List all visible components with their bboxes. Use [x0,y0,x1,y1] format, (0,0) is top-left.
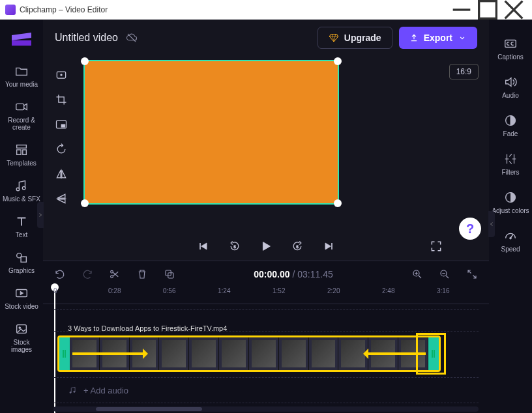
preview-canvas-wrapper [83,60,339,205]
zoom-fit-button[interactable] [466,268,479,281]
svg-point-37 [74,391,75,392]
svg-rect-5 [17,145,27,149]
duplicate-button[interactable] [163,268,176,281]
stock-images-icon [14,322,29,336]
ruler-tick: 3:16 [437,287,449,294]
svg-rect-1 [479,1,497,19]
minimize-button[interactable] [449,0,475,20]
playback-controls: 5 5 ? [43,232,489,261]
sidebar-item-label: Your media [5,81,38,88]
sidebar-item-audio[interactable]: Audio [492,71,529,103]
sidebar-item-stock-video[interactable]: Stock video [3,282,40,314]
sidebar-item-label: Speed [501,246,520,253]
flip-v-tool[interactable] [54,192,68,206]
cloud-sync-off-icon[interactable] [126,32,138,44]
export-button[interactable]: Export [399,27,477,49]
zoom-out-button[interactable] [438,268,451,281]
add-audio-label: + Add audio [83,386,128,395]
sidebar-item-label: Fade [503,130,518,137]
video-clip[interactable] [57,335,441,372]
zoom-in-button[interactable] [411,268,424,281]
stock-video-icon [14,286,29,300]
sidebar-item-templates[interactable]: Templates [3,139,40,171]
upgrade-button[interactable]: Upgrade [318,27,392,49]
svg-point-36 [70,392,71,393]
chevron-down-icon [458,33,467,42]
music-icon [14,178,29,193]
sidebar-item-music-sfx[interactable]: Music & SFX [3,175,40,206]
sidebar-item-fade[interactable]: Fade [492,109,529,141]
folder-icon [14,64,29,78]
clip-trim-left-handle[interactable] [59,337,70,370]
music-note-icon [68,386,77,395]
svg-point-42 [510,237,512,239]
duration: 03:11.45 [297,269,333,279]
undo-button[interactable] [53,268,66,281]
resize-handle-tr[interactable] [334,57,342,65]
sidebar-item-adjust-colors[interactable]: Adjust colors [492,186,529,218]
speed-icon [503,229,518,243]
app-icon [5,5,16,15]
templates-icon [14,143,29,157]
preview-canvas[interactable] [83,60,339,205]
fullscreen-button[interactable] [429,239,443,253]
ruler-tick: 2:20 [327,287,340,294]
project-title[interactable]: Untitled video [55,32,118,44]
resize-handle-bl[interactable] [81,199,89,207]
audio-icon [503,75,518,89]
upload-icon [409,33,419,42]
clip-trim-right-handle[interactable] [428,337,439,370]
skip-back-button[interactable] [196,239,211,253]
sidebar-item-speed[interactable]: Speed [492,225,529,257]
pip-tool[interactable] [54,117,68,132]
sidebar-item-label: Music & SFX [3,195,40,203]
skip-forward-button[interactable] [321,239,336,253]
crop-tool[interactable] [54,93,68,107]
forward-5s-button[interactable]: 5 [290,239,304,253]
sidebar-left: Your media Record & create Templates Mus… [0,20,43,413]
flip-h-tool[interactable] [54,167,68,181]
ruler-tick: 1:52 [273,287,285,294]
scrollbar-thumb[interactable] [96,407,202,411]
resize-handle-br[interactable] [334,199,342,207]
sidebar-item-label: Stock video [5,303,38,310]
sidebar-item-text[interactable]: Text [3,210,40,242]
close-button[interactable] [501,0,527,20]
ruler-tick: 0:28 [108,287,121,294]
sidebar-item-filters[interactable]: Filters [492,148,529,180]
rotate-tool[interactable] [54,142,68,156]
fit-tool[interactable] [54,68,68,82]
sidebar-item-captions[interactable]: Captions [492,33,529,64]
sidebar-item-record-create[interactable]: Record & create [3,96,40,135]
svg-point-9 [22,186,25,190]
text-icon [14,214,29,229]
diamond-icon [329,33,339,43]
timeline-ruler[interactable]: 0 0:28 0:56 1:24 1:52 2:20 2:48 3:16 [43,287,489,304]
svg-text:5: 5 [296,245,298,249]
export-label: Export [424,33,452,43]
resize-handle-tl[interactable] [81,57,89,65]
aspect-ratio-button[interactable]: 16:9 [449,64,479,79]
video-track[interactable]: 3 Ways to Download Apps to Firestick-Fir… [53,334,479,373]
split-button[interactable] [108,268,121,281]
help-button[interactable]: ? [459,218,481,240]
timeline-scrollbar[interactable] [53,406,479,412]
maximize-button[interactable] [475,0,501,20]
current-time: 00:00.00 [254,269,289,279]
delete-button[interactable] [136,268,149,281]
svg-point-14 [19,327,21,329]
play-button[interactable] [259,239,273,253]
sidebar-item-stock-images[interactable]: Stock images [3,318,40,357]
redo-button[interactable] [81,268,94,281]
sidebar-item-your-media[interactable]: Your media [3,60,40,92]
svg-rect-6 [17,150,21,154]
sidebar-item-graphics[interactable]: Graphics [3,246,40,278]
sidebar-item-label: Record & create [3,117,40,131]
add-audio-track[interactable]: + Add audio [53,377,479,403]
window-titlebar: Clipchamp – Video Editor [0,0,532,20]
rewind-5s-button[interactable]: 5 [228,239,242,253]
expand-right-panel[interactable] [488,211,495,237]
sidebar-item-label: Stock images [3,339,40,353]
fade-icon [503,113,518,128]
sidebar-item-label: Graphics [8,267,35,274]
